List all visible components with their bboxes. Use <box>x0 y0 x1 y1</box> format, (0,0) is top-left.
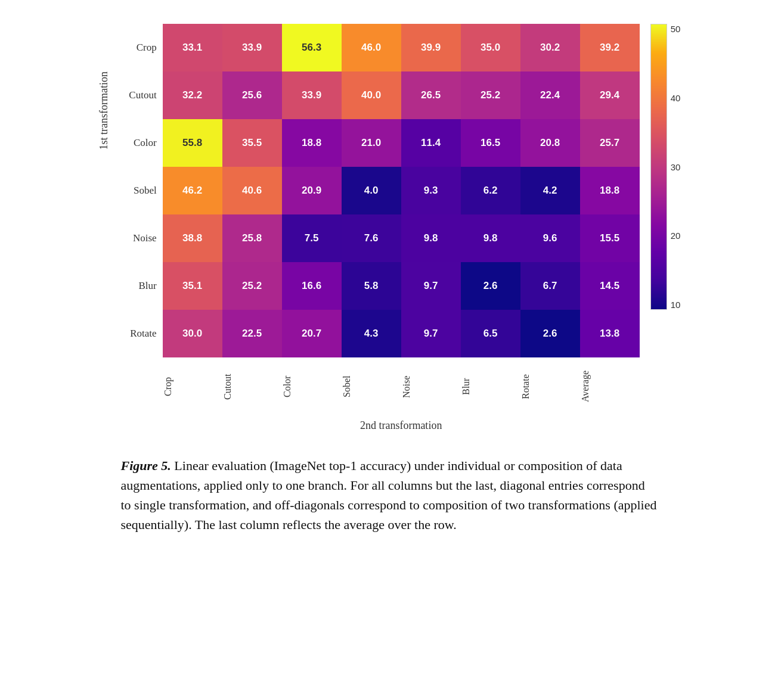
heatmap-cell: 25.6 <box>222 71 282 119</box>
heatmap-cell: 6.5 <box>461 310 520 357</box>
heatmap-cell: 21.0 <box>342 119 401 167</box>
x-axis-label: 2nd transformation <box>163 419 640 432</box>
col-label-crop: Crop <box>163 362 222 416</box>
heatmap-cell: 30.2 <box>520 24 580 71</box>
heatmap-cell: 4.3 <box>342 310 401 357</box>
heatmap-cell: 56.3 <box>282 24 342 71</box>
col-labels-row: CropCutoutColorSobelNoiseBlurRotateAvera… <box>115 362 640 416</box>
heatmap-cell: 2.6 <box>520 310 580 357</box>
row-label-rotate: Rotate <box>115 310 163 357</box>
heatmap-cell: 20.8 <box>520 119 580 167</box>
colorbar <box>650 24 667 310</box>
colorbar-tick-label: 50 <box>671 24 681 34</box>
heatmap-cell: 4.2 <box>520 167 580 214</box>
col-label-cutout: Cutout <box>222 362 282 416</box>
caption-text: Linear evaluation (ImageNet top-1 accura… <box>121 458 657 532</box>
heatmap-cell: 33.1 <box>163 24 222 71</box>
heatmap-grid: Crop33.133.956.346.039.935.030.239.2Cuto… <box>115 24 640 357</box>
heatmap-cell: 6.7 <box>520 262 580 310</box>
colorbar-labels: 5040302010 <box>671 24 681 310</box>
row-label-sobel: Sobel <box>115 167 163 214</box>
heatmap-cell: 22.5 <box>222 310 282 357</box>
heatmap-cell: 20.7 <box>282 310 342 357</box>
heatmap-cell: 14.5 <box>580 262 640 310</box>
heatmap-cell: 2.6 <box>461 262 520 310</box>
row-label-color: Color <box>115 119 163 167</box>
heatmap-cell: 29.4 <box>580 71 640 119</box>
heatmap-cell: 9.8 <box>461 214 520 262</box>
heatmap-cell: 5.8 <box>342 262 401 310</box>
heatmap-cell: 46.2 <box>163 167 222 214</box>
heatmap-cell: 38.8 <box>163 214 222 262</box>
heatmap-cell: 9.7 <box>401 310 461 357</box>
heatmap-cell: 18.8 <box>580 167 640 214</box>
heatmap-cell: 16.5 <box>461 119 520 167</box>
heatmap-cell: 26.5 <box>401 71 461 119</box>
heatmap-cell: 39.2 <box>580 24 640 71</box>
heatmap-cell: 25.7 <box>580 119 640 167</box>
colorbar-tick-label: 10 <box>671 300 681 310</box>
heatmap-cell: 4.0 <box>342 167 401 214</box>
col-label-average: Average <box>580 362 640 416</box>
heatmap-cell: 32.2 <box>163 71 222 119</box>
heatmap-cell: 40.6 <box>222 167 282 214</box>
col-label-noise: Noise <box>401 362 461 416</box>
heatmap-cell: 9.6 <box>520 214 580 262</box>
heatmap-cell: 15.5 <box>580 214 640 262</box>
row-label-blur: Blur <box>115 262 163 310</box>
heatmap-cell: 35.0 <box>461 24 520 71</box>
heatmap-cell: 9.3 <box>401 167 461 214</box>
colorbar-container: 5040302010 <box>650 24 681 357</box>
heatmap-cell: 13.8 <box>580 310 640 357</box>
heatmap-cell: 9.8 <box>401 214 461 262</box>
figure-number: Figure 5. <box>121 458 171 473</box>
y-axis-label: 1st transformation <box>98 24 110 150</box>
col-label-blur: Blur <box>461 362 520 416</box>
heatmap-cell: 35.1 <box>163 262 222 310</box>
heatmap-area: Crop33.133.956.346.039.935.030.239.2Cuto… <box>115 24 640 432</box>
heatmap-cell: 55.8 <box>163 119 222 167</box>
colorbar-tick-label: 30 <box>671 162 681 172</box>
heatmap-cell: 40.0 <box>342 71 401 119</box>
heatmap-cell: 16.6 <box>282 262 342 310</box>
heatmap-cell: 25.2 <box>222 262 282 310</box>
heatmap-cell: 35.5 <box>222 119 282 167</box>
heatmap-cell: 7.5 <box>282 214 342 262</box>
heatmap-cell: 18.8 <box>282 119 342 167</box>
row-label-noise: Noise <box>115 214 163 262</box>
row-label-crop: Crop <box>115 24 163 71</box>
figure-caption: Figure 5. Linear evaluation (ImageNet to… <box>121 456 658 534</box>
heatmap-cell: 39.9 <box>401 24 461 71</box>
heatmap-cell: 25.8 <box>222 214 282 262</box>
heatmap-cell: 11.4 <box>401 119 461 167</box>
row-label-cutout: Cutout <box>115 71 163 119</box>
heatmap-cell: 33.9 <box>222 24 282 71</box>
heatmap-cell: 20.9 <box>282 167 342 214</box>
colorbar-tick-label: 20 <box>671 231 681 241</box>
col-label-sobel: Sobel <box>342 362 401 416</box>
heatmap-cell: 30.0 <box>163 310 222 357</box>
heatmap-cell: 9.7 <box>401 262 461 310</box>
heatmap-cell: 22.4 <box>520 71 580 119</box>
colorbar-with-labels: 5040302010 <box>650 24 681 310</box>
heatmap-cell: 6.2 <box>461 167 520 214</box>
heatmap-cell: 46.0 <box>342 24 401 71</box>
chart-container: 1st transformation Crop33.133.956.346.03… <box>98 24 681 432</box>
col-label-color: Color <box>282 362 342 416</box>
heatmap-cell: 7.6 <box>342 214 401 262</box>
heatmap-cell: 25.2 <box>461 71 520 119</box>
col-label-rotate: Rotate <box>520 362 580 416</box>
colorbar-tick-label: 40 <box>671 93 681 103</box>
heatmap-cell: 33.9 <box>282 71 342 119</box>
